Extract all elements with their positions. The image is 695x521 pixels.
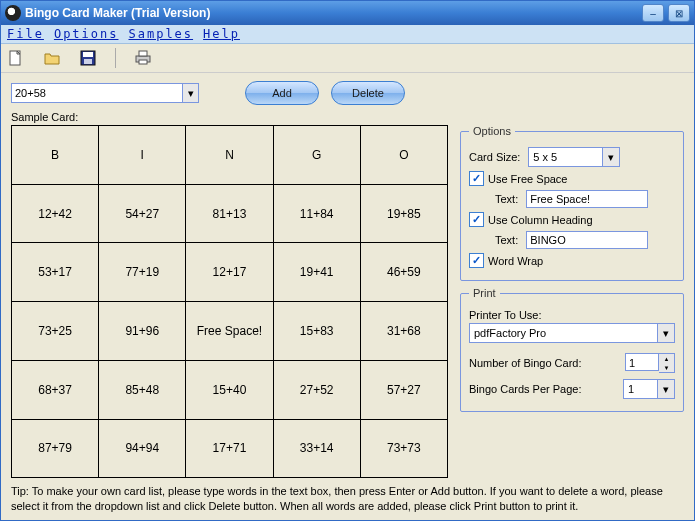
print-fieldset: Print Printer To Use: pdfFactory Pro ▾ N…	[460, 287, 684, 412]
card-size-value: 5 x 5	[529, 151, 602, 163]
per-page-value: 1	[624, 383, 657, 395]
bingo-cell: 54+27	[99, 184, 186, 243]
bingo-cell: 17+71	[186, 419, 273, 478]
table-row: 12+4254+2781+1311+8419+85	[12, 184, 448, 243]
delete-button[interactable]: Delete	[331, 81, 405, 105]
bingo-header: B	[12, 126, 99, 185]
bingo-cell: 27+52	[273, 360, 360, 419]
bingo-cell: 19+41	[273, 243, 360, 302]
printer-value: pdfFactory Pro	[470, 327, 657, 339]
new-document-icon[interactable]	[7, 49, 25, 67]
bingo-cell: 53+17	[12, 243, 99, 302]
word-entry-dropdown[interactable]: ▾	[183, 83, 199, 103]
toolbar-separator	[115, 48, 116, 68]
svg-rect-5	[139, 51, 147, 56]
table-row: 53+1777+1912+1719+4146+59	[12, 243, 448, 302]
word-wrap-checkbox[interactable]: ✓	[469, 253, 484, 268]
bingo-header: N	[186, 126, 273, 185]
num-cards-label: Number of Bingo Card:	[469, 357, 582, 369]
table-row: B I N G O	[12, 126, 448, 185]
bingo-header: G	[273, 126, 360, 185]
word-entry-input[interactable]	[11, 83, 183, 103]
per-page-label: Bingo Cards Per Page:	[469, 383, 582, 395]
table-row: 87+7994+9417+7133+1473+73	[12, 419, 448, 478]
bingo-card-grid: B I N G O 12+4254+2781+1311+8419+85 53+1…	[11, 125, 448, 478]
bingo-cell: 73+25	[12, 302, 99, 361]
toolbar	[1, 44, 694, 73]
free-space-text-label: Text:	[495, 193, 518, 205]
bingo-cell: 73+73	[360, 419, 447, 478]
svg-rect-6	[139, 60, 147, 64]
use-column-heading-label: Use Column Heading	[488, 214, 593, 226]
options-legend: Options	[469, 125, 515, 137]
card-size-select[interactable]: 5 x 5 ▾	[528, 147, 620, 167]
app-icon	[5, 5, 21, 21]
word-entry-combo[interactable]: ▾	[11, 83, 199, 103]
close-button[interactable]: ⊠	[668, 4, 690, 22]
column-heading-text-label: Text:	[495, 234, 518, 246]
add-button[interactable]: Add	[245, 81, 319, 105]
use-free-space-label: Use Free Space	[488, 173, 567, 185]
bingo-cell: 85+48	[99, 360, 186, 419]
bingo-cell: 15+40	[186, 360, 273, 419]
table-row: 68+3785+4815+4027+5257+27	[12, 360, 448, 419]
bingo-cell: 19+85	[360, 184, 447, 243]
bingo-header: O	[360, 126, 447, 185]
menu-samples[interactable]: Samples	[128, 27, 193, 41]
bingo-cell: 87+79	[12, 419, 99, 478]
bingo-cell: 46+59	[360, 243, 447, 302]
bingo-cell: 68+37	[12, 360, 99, 419]
per-page-select[interactable]: 1 ▾	[623, 379, 675, 399]
window-title: Bingo Card Maker (Trial Version)	[25, 6, 642, 20]
spinner-down-icon[interactable]: ▼	[659, 363, 674, 372]
open-folder-icon[interactable]	[43, 49, 61, 67]
sample-card-label: Sample Card:	[11, 111, 684, 123]
bingo-cell: 94+94	[99, 419, 186, 478]
bingo-cell: Free Space!	[186, 302, 273, 361]
table-row: 73+2591+96Free Space!15+8331+68	[12, 302, 448, 361]
bingo-cell: 11+84	[273, 184, 360, 243]
chevron-down-icon[interactable]: ▾	[602, 148, 619, 166]
num-cards-value[interactable]: 1	[625, 353, 659, 371]
bingo-cell: 12+17	[186, 243, 273, 302]
card-size-label: Card Size:	[469, 151, 520, 163]
spinner-up-icon[interactable]: ▲	[659, 354, 674, 363]
bingo-cell: 91+96	[99, 302, 186, 361]
use-column-heading-checkbox[interactable]: ✓	[469, 212, 484, 227]
bingo-cell: 57+27	[360, 360, 447, 419]
menu-help[interactable]: Help	[203, 27, 240, 41]
tip-text: Tip: To make your own card list, please …	[11, 484, 684, 514]
bingo-cell: 77+19	[99, 243, 186, 302]
menu-file[interactable]: File	[7, 27, 44, 41]
use-free-space-checkbox[interactable]: ✓	[469, 171, 484, 186]
title-bar: Bingo Card Maker (Trial Version) – ⊠	[1, 1, 694, 25]
free-space-text-input[interactable]	[526, 190, 648, 208]
print-legend: Print	[469, 287, 500, 299]
app-window: Bingo Card Maker (Trial Version) – ⊠ Fil…	[0, 0, 695, 521]
column-heading-text-input[interactable]	[526, 231, 648, 249]
bingo-header: I	[99, 126, 186, 185]
chevron-down-icon[interactable]: ▾	[657, 324, 674, 342]
bingo-cell: 31+68	[360, 302, 447, 361]
svg-rect-3	[84, 59, 92, 64]
printer-select[interactable]: pdfFactory Pro ▾	[469, 323, 675, 343]
bingo-cell: 15+83	[273, 302, 360, 361]
options-fieldset: Options Card Size: 5 x 5 ▾ ✓ Use Free Sp…	[460, 125, 684, 281]
minimize-button[interactable]: –	[642, 4, 664, 22]
num-cards-spinner[interactable]: 1 ▲▼	[625, 353, 675, 373]
print-icon[interactable]	[134, 49, 152, 67]
bingo-cell: 33+14	[273, 419, 360, 478]
menu-bar: File Options Samples Help	[1, 25, 694, 44]
printer-label: Printer To Use:	[469, 309, 675, 321]
save-floppy-icon[interactable]	[79, 49, 97, 67]
svg-rect-2	[83, 52, 93, 57]
bingo-cell: 81+13	[186, 184, 273, 243]
word-wrap-label: Word Wrap	[488, 255, 543, 267]
chevron-down-icon[interactable]: ▾	[657, 380, 674, 398]
bingo-cell: 12+42	[12, 184, 99, 243]
menu-options[interactable]: Options	[54, 27, 119, 41]
